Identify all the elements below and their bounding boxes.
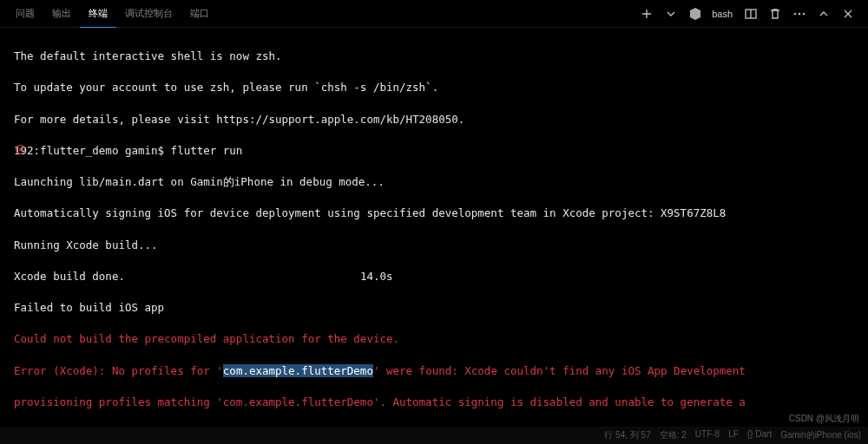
maximize-panel-icon[interactable] <box>816 6 832 22</box>
trash-icon[interactable] <box>767 6 783 22</box>
terminal-line: For more details, please visit https://s… <box>14 112 861 127</box>
svg-point-2 <box>799 12 800 14</box>
split-terminal-icon[interactable] <box>743 6 759 22</box>
tab-debug-console[interactable]: 调试控制台 <box>116 0 181 28</box>
status-eol[interactable]: LF <box>728 429 739 441</box>
status-indent[interactable]: 空格: 2 <box>660 429 687 441</box>
status-device[interactable]: Gamin的iPhone (ios) <box>780 429 861 441</box>
terminal-dropdown-icon[interactable] <box>663 6 679 22</box>
terminal-line: To update your account to use zsh, pleas… <box>14 80 861 95</box>
selected-text: com.example.flutterDemo <box>223 364 373 377</box>
svg-point-1 <box>794 12 796 14</box>
terminal-error-line: Could not build the precompiled applicat… <box>14 331 861 347</box>
terminal-line: Running Xcode build... <box>14 238 861 253</box>
shell-type-icon[interactable] <box>687 6 703 22</box>
watermark-text: CSDN @风浅月明 <box>789 413 859 425</box>
new-terminal-icon[interactable] <box>639 6 654 22</box>
svg-point-3 <box>803 12 805 14</box>
panel-tabs: 问题 输出 终端 调试控制台 端口 <box>7 0 218 28</box>
tab-problems[interactable]: 问题 <box>7 0 43 28</box>
tab-output[interactable]: 输出 <box>43 0 80 28</box>
panel-tab-bar: 问题 输出 终端 调试控制台 端口 bash <box>0 0 868 28</box>
status-bar: 行 54, 列 57 空格: 2 UTF-8 LF {} Dart Gamin的… <box>0 427 868 444</box>
terminal-line: Failed to build iOS app <box>14 300 861 316</box>
shell-name-label: bash <box>712 9 733 19</box>
status-right: 行 54, 列 57 空格: 2 UTF-8 LF {} Dart Gamin的… <box>604 429 861 441</box>
tab-ports[interactable]: 端口 <box>181 0 218 28</box>
terminal-line: The default interactive shell is now zsh… <box>14 49 861 64</box>
terminal-error-line: Error (Xcode): No profiles for 'com.exam… <box>14 363 861 379</box>
terminal-line: Launching lib/main.dart on Gamin的iPhone … <box>14 174 861 190</box>
more-actions-icon[interactable] <box>792 6 807 22</box>
terminal-line: Automatically signing iOS for device dep… <box>14 206 861 221</box>
terminal-output[interactable]: The default interactive shell is now zsh… <box>0 28 868 444</box>
error-gutter-icon: × <box>16 145 25 154</box>
terminal-error-line: provisioning profiles matching 'com.exam… <box>14 395 861 410</box>
terminal-toolbar: bash <box>639 6 861 22</box>
status-language[interactable]: {} Dart <box>747 429 772 441</box>
status-cursor-pos[interactable]: 行 54, 列 57 <box>604 429 650 441</box>
status-encoding[interactable]: UTF-8 <box>695 429 720 441</box>
close-panel-icon[interactable] <box>840 6 856 22</box>
tab-terminal[interactable]: 终端 <box>80 0 116 28</box>
terminal-line: Xcode build done. 14.0s <box>14 269 861 284</box>
terminal-line: ×192:flutter_demo gamin$ flutter run <box>14 143 861 159</box>
